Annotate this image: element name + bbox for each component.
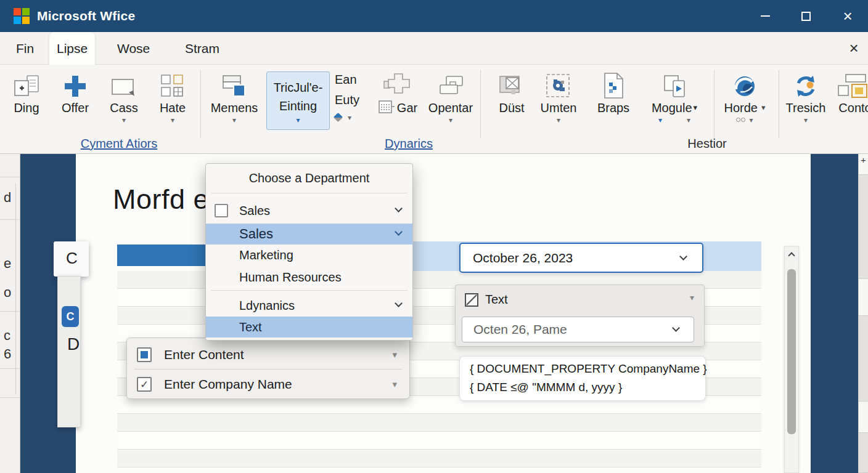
dropdown-arrow-icon: ▾: [449, 116, 452, 124]
ribbon-item-memens[interactable]: Memens ▾: [207, 70, 261, 124]
group-label-dynarics[interactable]: Dynarics: [364, 137, 454, 151]
ribbon-item-label: Memens: [211, 100, 258, 115]
ribbon-item-tricjule-einting[interactable]: TricJul'e- Einting ▾: [266, 71, 330, 130]
ribbon-item-ding[interactable]: Ding: [7, 70, 46, 115]
ribbon-item-gar[interactable]: Gar: [369, 70, 427, 115]
dropdown-arrow-icon: ▾: [557, 116, 560, 124]
globe-swoosh-icon: [732, 70, 758, 99]
layered-windows-icon: [435, 70, 466, 99]
table-icon: [221, 70, 248, 99]
dropdown-arrow-icon[interactable]: ▾: [690, 293, 694, 302]
content-row-enter-content[interactable]: Enter Content ▾: [127, 342, 409, 368]
ribbon-item-label: Horde: [724, 100, 757, 115]
ribbon-item-dust[interactable]: Düst: [492, 70, 531, 115]
content-row-enter-company-name[interactable]: ✓ Enter Company Name ▾: [127, 371, 409, 397]
ribbon-item-label2: Euty: [335, 90, 359, 110]
field-codes-card: { DOCUMENT_PROPERTY CompanyName } { DATE…: [459, 356, 706, 401]
dropdown-row-label: Sales: [239, 224, 273, 245]
close-button[interactable]: ×: [833, 0, 862, 32]
scroll-up-icon[interactable]: [788, 252, 795, 259]
dropdown-arrow-icon[interactable]: ▾: [392, 342, 397, 368]
checkbox-filled[interactable]: [137, 347, 152, 362]
field-code-line: { DOCUMENT_PROPERTY CompanyName }: [470, 362, 707, 376]
sync-arrows-icon: [793, 70, 819, 99]
dropdown-arrow-icon: ▾: [658, 116, 662, 124]
plus-icon: [62, 70, 88, 99]
menubar-close-button[interactable]: ×: [840, 32, 868, 65]
dropdown-section-ldynanics[interactable]: Ldynanics: [206, 294, 412, 317]
dropdown-option-text[interactable]: Text: [206, 317, 412, 338]
pages-flag-icon: [660, 70, 689, 99]
ribbon-item-label: Umten: [541, 100, 577, 115]
maximize-icon: [801, 12, 811, 21]
checkbox-empty[interactable]: [215, 204, 228, 217]
maximize-button[interactable]: [792, 0, 820, 32]
document-area: d e o c 6 Morfd e C C: [0, 154, 868, 473]
grid-mini-icon: [378, 100, 395, 115]
peek-panel: C D: [57, 276, 81, 427]
linked-rings-icon: [736, 118, 745, 122]
date-dropdown-value: October 26, 2023: [473, 244, 573, 272]
text-field-label: Text: [485, 293, 508, 307]
dropdown-title: Choose a Department: [206, 171, 412, 185]
image-envelope-icon: [498, 70, 525, 99]
clipped-text-fragment: e: [4, 256, 11, 272]
tab-lipse[interactable]: Lipse: [49, 32, 95, 65]
dropdown-option-marketing[interactable]: Marketing: [206, 245, 412, 265]
text-field-panel: Text ▾ Octen 26, Pame: [455, 285, 705, 347]
group-label-cyment-atiors[interactable]: Cyment Atiors: [62, 137, 176, 151]
minimize-button[interactable]: [751, 0, 779, 32]
dropdown-option-human-resources[interactable]: Human Resources: [206, 265, 412, 289]
table-row: [117, 432, 761, 450]
ribbon-item-conto[interactable]: Conto: [833, 70, 868, 115]
ribbon-item-label: Conto: [838, 100, 868, 115]
ribbon-item-braps[interactable]: Braps: [592, 70, 635, 115]
clipped-text-fragment: d: [4, 190, 11, 206]
department-dropdown: Choose a Department Sales Sales Marketin…: [205, 163, 413, 341]
tab-fin[interactable]: Fin: [9, 32, 41, 65]
ribbon-item-opentar[interactable]: Opentar ▾: [423, 70, 478, 124]
table-row: [117, 414, 761, 432]
ribbon-item-tresich[interactable]: Tresich ▾: [783, 70, 829, 124]
ribbon-item-label: Offer: [62, 100, 89, 115]
app-tile-icon: C: [62, 306, 79, 327]
ribbon-item-cass[interactable]: Cass ▾: [102, 70, 145, 124]
ribbon-item-hate[interactable]: Hate ▾: [152, 70, 194, 124]
content-row-label: Enter Content: [164, 342, 244, 368]
date-dropdown[interactable]: October 26, 2023: [459, 243, 703, 273]
ribbon-item-label: Hate: [160, 100, 186, 115]
field-code-line: { DATE ≤@ "MMMM d, yyyy }: [470, 381, 622, 394]
text-field-dropdown[interactable]: Octen 26, Pame: [462, 317, 694, 342]
checkbox-checked[interactable]: ✓: [137, 377, 152, 392]
dropdown-arrow-icon: ▾: [694, 103, 698, 112]
tab-stram[interactable]: Stram: [178, 32, 227, 65]
dropdown-arrow-icon[interactable]: ▾: [392, 371, 397, 397]
dropdown-option-sales[interactable]: Sales: [206, 224, 412, 245]
page-margin-band-right: [811, 154, 858, 473]
content-control-panel: Enter Content ▾ ✓ Enter Company Name ▾: [126, 338, 410, 399]
dropdown-arrow-icon: ▾: [687, 116, 690, 124]
divider: [211, 193, 407, 193]
slashed-box-icon: [464, 293, 479, 307]
window-title: Microsoft Wfice: [37, 0, 135, 32]
dropdown-checkbox-row[interactable]: Sales: [206, 198, 412, 224]
ribbon-item-offer[interactable]: Offer: [55, 70, 95, 115]
ribbon-item-label: Ding: [14, 100, 39, 115]
peek-card: C: [54, 241, 89, 277]
paste-options-icon: [334, 112, 343, 122]
ribbon-item-horde[interactable]: Horde ▾ ▾: [718, 70, 772, 124]
ribbon-item-ean-euty[interactable]: Ean Euty ▾: [335, 70, 368, 121]
ribbon-item-label: Tresich: [786, 100, 826, 115]
dropdown-row-label: Ldynanics: [239, 294, 295, 317]
dropdown-row-label: Marketing: [239, 245, 293, 265]
vertical-scrollbar[interactable]: [784, 246, 799, 473]
scrollbar-thumb[interactable]: [787, 269, 796, 434]
dropdown-arrow-icon: ▾: [348, 114, 351, 121]
ribbon-item-label: Ean: [335, 70, 357, 90]
tab-wose[interactable]: Wose: [110, 32, 157, 65]
ribbon-item-mogule[interactable]: Mogule ▾ ▾ ▾: [645, 70, 704, 124]
dropdown-row-label: Text: [239, 317, 262, 338]
group-separator: [200, 70, 201, 138]
ribbon-item-umten[interactable]: Umten ▾: [538, 70, 579, 124]
dropdown-arrow-icon: ▾: [804, 116, 808, 124]
